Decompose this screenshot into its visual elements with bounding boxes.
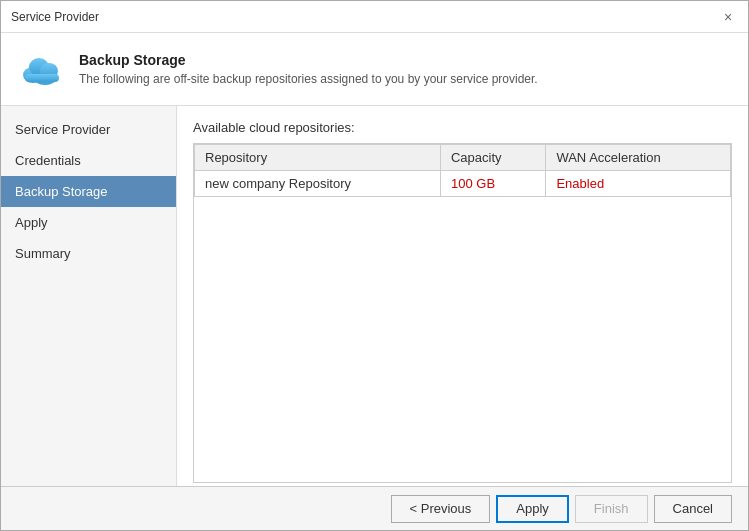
svg-rect-4 — [25, 74, 59, 82]
header-section: Backup Storage The following are off-sit… — [1, 33, 748, 106]
cell-capacity: 100 GB — [440, 171, 545, 197]
dialog-title: Service Provider — [11, 10, 99, 24]
apply-button[interactable]: Apply — [496, 495, 569, 523]
col-wan: WAN Acceleration — [546, 145, 731, 171]
title-bar: Service Provider × — [1, 1, 748, 33]
header-title: Backup Storage — [79, 52, 538, 68]
header-text: Backup Storage The following are off-sit… — [79, 52, 538, 86]
sidebar-item-summary[interactable]: Summary — [1, 238, 176, 269]
repository-table-container: Repository Capacity WAN Acceleration new… — [193, 143, 732, 483]
col-repository: Repository — [195, 145, 441, 171]
table-row[interactable]: new company Repository 100 GB Enabled — [195, 171, 731, 197]
section-label: Available cloud repositories: — [193, 120, 732, 135]
sidebar-item-backup-storage[interactable]: Backup Storage — [1, 176, 176, 207]
sidebar-item-service-provider[interactable]: Service Provider — [1, 114, 176, 145]
header-description: The following are off-site backup reposi… — [79, 72, 538, 86]
cloud-icon — [17, 45, 65, 93]
dialog: Service Provider × Backup Storage The fo… — [0, 0, 749, 531]
cell-repository: new company Repository — [195, 171, 441, 197]
col-capacity: Capacity — [440, 145, 545, 171]
previous-button[interactable]: < Previous — [391, 495, 491, 523]
main-content: Available cloud repositories: Repository… — [177, 106, 748, 486]
close-button[interactable]: × — [718, 7, 738, 27]
footer: < Previous Apply Finish Cancel — [1, 486, 748, 530]
repository-table: Repository Capacity WAN Acceleration new… — [194, 144, 731, 197]
finish-button[interactable]: Finish — [575, 495, 648, 523]
sidebar: Service Provider Credentials Backup Stor… — [1, 106, 177, 486]
table-header-row: Repository Capacity WAN Acceleration — [195, 145, 731, 171]
sidebar-item-apply[interactable]: Apply — [1, 207, 176, 238]
sidebar-item-credentials[interactable]: Credentials — [1, 145, 176, 176]
content-area: Service Provider Credentials Backup Stor… — [1, 106, 748, 486]
cell-wan: Enabled — [546, 171, 731, 197]
cancel-button[interactable]: Cancel — [654, 495, 732, 523]
